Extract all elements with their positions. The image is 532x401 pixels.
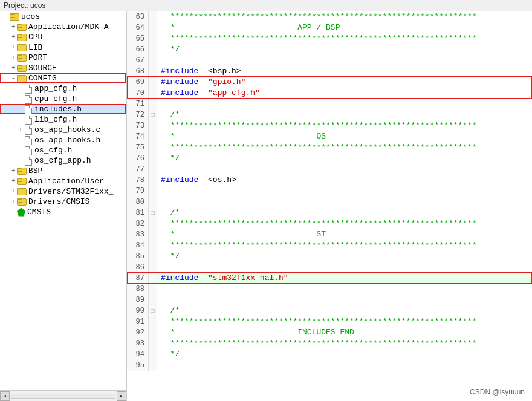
line-num-67: 67 (127, 55, 149, 66)
line-content-78: #include <os.h> (157, 175, 532, 186)
fold-gutter-92 (149, 327, 157, 338)
code-line-93: 93 *************************************… (127, 338, 532, 349)
sidebar-item-bsp[interactable]: +BSP (0, 166, 126, 176)
code-line-89: 89 (127, 295, 532, 305)
line-content-63: ****************************************… (157, 11, 532, 22)
line-num-90: 90 (127, 305, 149, 316)
sidebar-item-app-cfg-h[interactable]: app_cfg.h (0, 83, 126, 94)
scroll-right-btn[interactable]: ▸ (117, 391, 126, 401)
code-line-66: 66 */ (127, 44, 532, 55)
expander-lib: + (10, 44, 17, 51)
line-content-92: * INCLUDES END (157, 327, 532, 338)
line-num-71: 71 (127, 99, 149, 109)
fold-gutter-67 (149, 55, 157, 66)
line-num-83: 83 (127, 229, 149, 240)
line-content-85: */ (157, 251, 532, 262)
code-line-63: 63 *************************************… (127, 11, 532, 22)
folder-icon-source (17, 65, 27, 72)
fold-gutter-95 (149, 360, 157, 371)
line-content-65: ****************************************… (157, 33, 532, 44)
sidebar-item-os-cfg-app-h[interactable]: os_cfg_app.h (0, 155, 126, 166)
sidebar-item-lib[interactable]: +LIB (0, 42, 126, 53)
fold-gutter-72[interactable]: □ (149, 109, 157, 120)
line-content-72: /* (157, 109, 532, 120)
line-num-64: 64 (127, 22, 149, 33)
line-num-81: 81 (127, 207, 149, 218)
fold-gutter-90[interactable]: □ (149, 305, 157, 316)
sidebar-item-cpu[interactable]: +CPU (0, 32, 126, 42)
expander-source: + (10, 65, 17, 71)
code-line-94: 94 */ (127, 349, 532, 360)
line-num-77: 77 (127, 164, 149, 175)
expander-app-user: + (10, 178, 17, 184)
red-box-gpio-appcfg: 69#include "gpio.h"70#include "app_cfg.h… (127, 77, 532, 99)
item-label-app-cfg-h: app_cfg.h (34, 84, 126, 93)
line-num-82: 82 (127, 218, 149, 229)
scroll-left-btn[interactable]: ◂ (0, 391, 10, 401)
folder-icon-drivers-stm32 (17, 188, 27, 195)
left-panel: ucos+Application/MDK-A+CPU+LIB+PORT+SOUR… (0, 11, 127, 401)
line-num-89: 89 (127, 295, 149, 305)
folder-icon-lib (17, 44, 27, 51)
sidebar-item-os-cfg-h[interactable]: os_cfg.h (0, 145, 126, 155)
line-num-79: 79 (127, 186, 149, 197)
code-line-90: 90□ /* (127, 305, 532, 316)
item-label-source: SOURCE (28, 64, 126, 73)
sidebar-item-app-user[interactable]: +Application/User (0, 176, 126, 186)
line-content-90: /* (157, 305, 532, 316)
sidebar-item-drivers-cmsis[interactable]: +Drivers/CMSIS (0, 197, 126, 207)
sidebar-item-drivers-stm32[interactable]: +Drivers/STM32F1xx_ (0, 186, 126, 197)
line-content-64: * APP / BSP (157, 22, 532, 33)
line-num-72: 72 (127, 109, 149, 120)
line-content-71 (157, 99, 532, 109)
sidebar-item-app-mdk[interactable]: +Application/MDK-A (0, 22, 126, 32)
line-num-88: 88 (127, 284, 149, 295)
line-content-75: ****************************************… (157, 142, 532, 153)
fold-gutter-65 (149, 33, 157, 44)
sidebar-item-os-app-hooks-h[interactable]: os_app_hooks.h (0, 135, 126, 145)
code-line-82: 82 *************************************… (127, 218, 532, 229)
line-content-84: ****************************************… (157, 240, 532, 251)
folder-icon-app-mdk (17, 24, 27, 31)
sidebar-item-os-app-hooks-c[interactable]: +os_app_hooks.c (0, 125, 126, 135)
sidebar-item-cmsis[interactable]: CMSIS (0, 207, 126, 217)
sidebar-content: ucos+Application/MDK-A+CPU+LIB+PORT+SOUR… (0, 11, 126, 390)
file-icon-os-cfg-app-h (24, 157, 33, 165)
sidebar-item-source[interactable]: +SOURCE (0, 63, 126, 73)
item-label-app-mdk: Application/MDK-A (28, 22, 126, 31)
line-content-74: * OS (157, 131, 532, 142)
item-label-includes-h: includes.h (34, 105, 126, 114)
sidebar-item-lib-cfg-h[interactable]: lib_cfg.h (0, 114, 126, 125)
fold-gutter-76 (149, 153, 157, 164)
code-area: 63 *************************************… (127, 11, 532, 401)
line-num-92: 92 (127, 327, 149, 338)
fold-gutter-78 (149, 175, 157, 186)
fold-gutter-91 (149, 316, 157, 327)
sidebar-item-ucos[interactable]: ucos (0, 11, 126, 22)
sidebar-item-config[interactable]: -CONFIG (0, 73, 126, 83)
fold-gutter-81[interactable]: □ (149, 207, 157, 218)
line-content-67 (157, 55, 532, 66)
expander-port: + (10, 54, 17, 61)
sidebar-item-port[interactable]: +PORT (0, 53, 126, 63)
code-line-86: 86 (127, 262, 532, 273)
fold-gutter-83 (149, 229, 157, 240)
sidebar-item-cpu-cfg-h[interactable]: cpu_cfg.h (0, 94, 126, 104)
line-num-75: 75 (127, 142, 149, 153)
sidebar-item-includes-h[interactable]: includes.h (0, 104, 126, 114)
fold-gutter-63 (149, 11, 157, 22)
line-content-88 (157, 284, 532, 295)
expander-config: - (10, 75, 17, 82)
line-content-81: /* (157, 207, 532, 218)
project-label: Project: ucos (4, 1, 45, 10)
line-content-69: #include "gpio.h" (157, 77, 532, 88)
file-icon-os-app-hooks-h (24, 136, 33, 145)
code-line-83: 83 * ST (127, 229, 532, 240)
code-line-95: 95 (127, 360, 532, 371)
item-label-drivers-cmsis: Drivers/CMSIS (28, 197, 126, 206)
fold-gutter-86 (149, 262, 157, 273)
line-content-70: #include "app_cfg.h" (157, 88, 532, 99)
fold-gutter-89 (149, 295, 157, 305)
folder-icon-app-user (17, 178, 27, 185)
gem-icon-cmsis (17, 208, 25, 217)
